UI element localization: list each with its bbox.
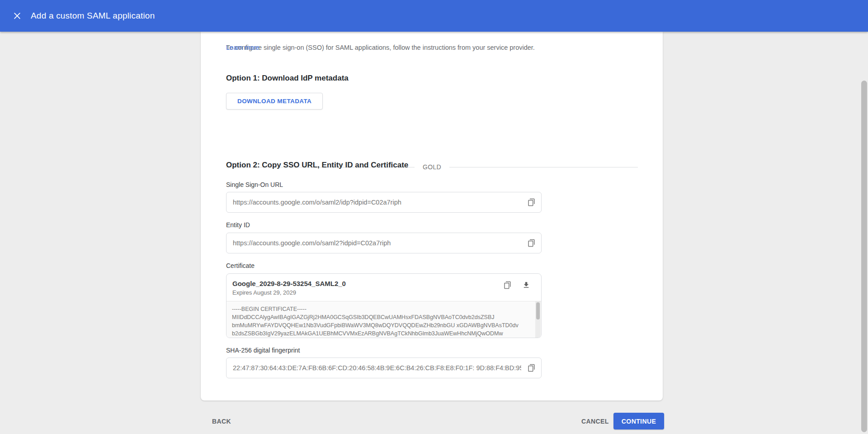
copy-icon <box>527 239 535 247</box>
pem-line: -----BEGIN CERTIFICATE----- <box>232 305 530 313</box>
sso-url-label: Single Sign-On URL <box>226 181 283 188</box>
dialog-title: Add a custom SAML application <box>31 11 155 21</box>
certificate-scrollbar[interactable] <box>535 301 541 338</box>
fingerprint-copy-button[interactable] <box>524 360 539 376</box>
certificate-expiry: Expires August 29, 2029 <box>232 289 296 296</box>
certificate-copy-button[interactable] <box>500 277 515 293</box>
intro-text-body: To configure single sign-on (SSO) for SA… <box>226 44 535 52</box>
certificate-name: Google_2029-8-29-53254_SAML2_0 <box>232 280 346 287</box>
fingerprint-field[interactable]: 22:47:87:30:64:43:DE:7A:FB:6B:6F:CD:20:4… <box>226 358 542 378</box>
cancel-button[interactable]: CANCEL <box>578 413 613 429</box>
learn-more-link[interactable]: Learn more <box>226 44 259 52</box>
sso-url-field[interactable]: https://accounts.google.com/o/saml2/idp?… <box>226 192 542 213</box>
certificate-scrollbar-thumb[interactable] <box>536 302 540 320</box>
download-metadata-button[interactable]: DOWNLOAD METADATA <box>226 93 323 110</box>
page-scrollbar[interactable] <box>861 81 867 432</box>
entity-id-copy-button[interactable] <box>524 235 539 251</box>
copy-icon <box>503 281 511 289</box>
saml-config-panel: To configure single sign-on (SSO) for SA… <box>201 32 663 401</box>
download-icon <box>522 281 530 289</box>
sso-url-value: https://accounts.google.com/o/saml2/idp?… <box>233 199 401 206</box>
entity-id-field[interactable]: https://accounts.google.com/o/saml2?idpi… <box>226 233 542 253</box>
close-icon <box>13 11 22 20</box>
option2-heading: Option 2: Copy SSO URL, Entity ID and Ce… <box>226 161 408 170</box>
copy-icon <box>527 364 535 372</box>
sso-url-copy-button[interactable] <box>524 195 539 210</box>
certificate-card: Google_2029-8-29-53254_SAML2_0 Expires A… <box>226 273 542 338</box>
dialog-footer: BACK CANCEL CONTINUE <box>0 413 868 429</box>
pem-line: b2dsZSBGb3IgV29yazELMAkGA1UEBhMCVVMxEzAR… <box>232 329 530 338</box>
certificate-pem-text[interactable]: -----BEGIN CERTIFICATE----- MIIDdDCCAlyg… <box>226 301 541 338</box>
copy-icon <box>527 198 535 206</box>
pem-line: MIIDdDCCAlygAwIBAgIGAZGjRj2HMA0GCSqGSIb3… <box>232 313 530 321</box>
fingerprint-label: SHA-256 digital fingerprint <box>226 347 300 354</box>
pem-line: bmMuMRYwFAYDVQQHEw1Nb3VudGFpbiBWaWV3MQ8w… <box>232 321 530 329</box>
fingerprint-value: 22:47:87:30:64:43:DE:7A:FB:6B:6F:CD:20:4… <box>233 364 521 372</box>
continue-button[interactable]: CONTINUE <box>613 413 664 429</box>
certificate-download-button[interactable] <box>519 277 534 293</box>
entity-id-label: Entity ID <box>226 221 250 229</box>
dialog-header: Add a custom SAML application <box>0 0 868 32</box>
entity-id-value: https://accounts.google.com/o/saml2?idpi… <box>233 239 391 247</box>
back-button[interactable]: BACK <box>208 413 235 429</box>
divider-label: GOLD <box>415 163 449 171</box>
close-button[interactable] <box>6 5 28 27</box>
option1-heading: Option 1: Download IdP metadata <box>226 74 349 83</box>
divider-line-right <box>449 167 638 167</box>
certificate-label: Certificate <box>226 262 255 269</box>
